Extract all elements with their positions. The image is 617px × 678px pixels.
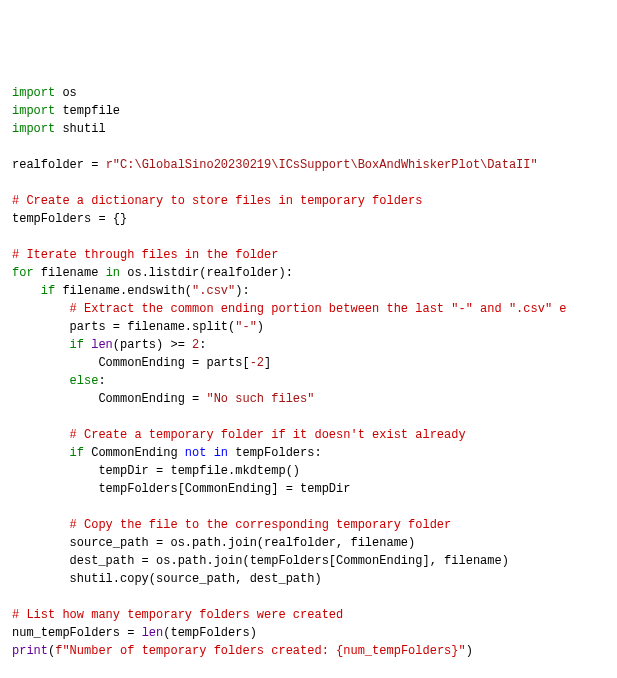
code-token: os <box>55 86 77 100</box>
code-line <box>12 228 605 246</box>
code-token <box>12 284 41 298</box>
code-line: # Create a dictionary to store files in … <box>12 192 605 210</box>
code-line: # Copy the file to the corresponding tem… <box>12 516 605 534</box>
code-token: import <box>12 86 55 100</box>
code-token: # List how many temporary folders were c… <box>12 608 343 622</box>
code-token: : <box>98 374 105 388</box>
code-token <box>12 446 70 460</box>
code-token <box>12 374 70 388</box>
code-token: "No such files" <box>206 392 314 406</box>
code-token: in <box>106 266 120 280</box>
code-line: realfolder = r"C:\GlobalSino20230219\ICs… <box>12 156 605 174</box>
code-token: ): <box>235 284 249 298</box>
code-token: filename.endswith( <box>55 284 192 298</box>
code-token: filename <box>34 266 106 280</box>
code-token: if <box>70 338 84 352</box>
code-token: (parts) >= <box>113 338 192 352</box>
code-line: CommonEnding = "No such files" <box>12 390 605 408</box>
code-token: # Extract the common ending portion betw… <box>70 302 567 316</box>
code-token: import <box>12 122 55 136</box>
code-line: if CommonEnding not in tempFolders: <box>12 444 605 462</box>
code-line: # Extract the common ending portion betw… <box>12 300 605 318</box>
code-token: ) <box>466 644 473 658</box>
code-token: "C:\GlobalSino20230219\ICsSupport\BoxAnd… <box>113 158 538 172</box>
code-token: ".csv" <box>192 284 235 298</box>
code-line: tempFolders[CommonEnding] = tempDir <box>12 480 605 498</box>
code-token: shutil.copy(source_path, dest_path) <box>12 572 322 586</box>
code-token: dest_path = os.path.join(tempFolders[Com… <box>12 554 509 568</box>
code-line: tempFolders = {} <box>12 210 605 228</box>
code-token: (tempFolders) <box>163 626 257 640</box>
code-token: # Create a dictionary to store files in … <box>12 194 422 208</box>
code-token: tempFolders = {} <box>12 212 127 226</box>
code-line <box>12 174 605 192</box>
code-line: # List how many temporary folders were c… <box>12 606 605 624</box>
code-token <box>12 428 70 442</box>
code-token: CommonEnding <box>84 446 185 460</box>
code-line <box>12 588 605 606</box>
code-token: os.listdir(realfolder): <box>120 266 293 280</box>
code-line: # Iterate through files in the folder <box>12 246 605 264</box>
code-token: source_path = os.path.join(realfolder, f… <box>12 536 415 550</box>
code-line: parts = filename.split("-") <box>12 318 605 336</box>
code-line: tempDir = tempfile.mkdtemp() <box>12 462 605 480</box>
code-token: # Iterate through files in the folder <box>12 248 278 262</box>
code-token: # Copy the file to the corresponding tem… <box>70 518 452 532</box>
code-line: num_tempFolders = len(tempFolders) <box>12 624 605 642</box>
code-token: # Create a temporary folder if it doesn'… <box>70 428 466 442</box>
code-token: "Number of temporary folders created: {n… <box>62 644 465 658</box>
code-line: import os <box>12 84 605 102</box>
code-line: if len(parts) >= 2: <box>12 336 605 354</box>
code-token: CommonEnding = parts[ <box>12 356 250 370</box>
code-token: for <box>12 266 34 280</box>
code-token: num_tempFolders = <box>12 626 142 640</box>
code-token: else <box>70 374 99 388</box>
code-token: ) <box>257 320 264 334</box>
code-token: len <box>142 626 164 640</box>
code-token: tempfile <box>55 104 120 118</box>
code-line: import tempfile <box>12 102 605 120</box>
code-line <box>12 138 605 156</box>
code-token: ] <box>264 356 271 370</box>
code-line: CommonEnding = parts[-2] <box>12 354 605 372</box>
code-line <box>12 408 605 426</box>
code-token: shutil <box>55 122 105 136</box>
code-token: tempFolders: <box>228 446 322 460</box>
code-token: if <box>41 284 55 298</box>
code-token: : <box>199 338 206 352</box>
code-line <box>12 660 605 678</box>
code-token: not in <box>185 446 228 460</box>
code-token <box>12 302 70 316</box>
code-token: tempFolders[CommonEnding] = tempDir <box>12 482 350 496</box>
code-token: -2 <box>250 356 264 370</box>
code-token: CommonEnding = <box>12 392 206 406</box>
code-token: print <box>12 644 48 658</box>
code-token: realfolder = <box>12 158 106 172</box>
code-block: import osimport tempfileimport shutil re… <box>12 84 605 678</box>
code-line: source_path = os.path.join(realfolder, f… <box>12 534 605 552</box>
code-token: len <box>91 338 113 352</box>
code-token <box>12 518 70 532</box>
code-line: for filename in os.listdir(realfolder): <box>12 264 605 282</box>
code-line: import shutil <box>12 120 605 138</box>
code-token: r <box>106 158 113 172</box>
code-token <box>12 338 70 352</box>
code-token: parts = filename.split( <box>12 320 235 334</box>
code-line: dest_path = os.path.join(tempFolders[Com… <box>12 552 605 570</box>
code-token: "-" <box>235 320 257 334</box>
code-line: if filename.endswith(".csv"): <box>12 282 605 300</box>
code-token: tempDir = tempfile.mkdtemp() <box>12 464 300 478</box>
code-line: print(f"Number of temporary folders crea… <box>12 642 605 660</box>
code-token: if <box>70 446 84 460</box>
code-token: import <box>12 104 55 118</box>
code-line: else: <box>12 372 605 390</box>
code-line: # Create a temporary folder if it doesn'… <box>12 426 605 444</box>
code-line: shutil.copy(source_path, dest_path) <box>12 570 605 588</box>
code-line <box>12 498 605 516</box>
